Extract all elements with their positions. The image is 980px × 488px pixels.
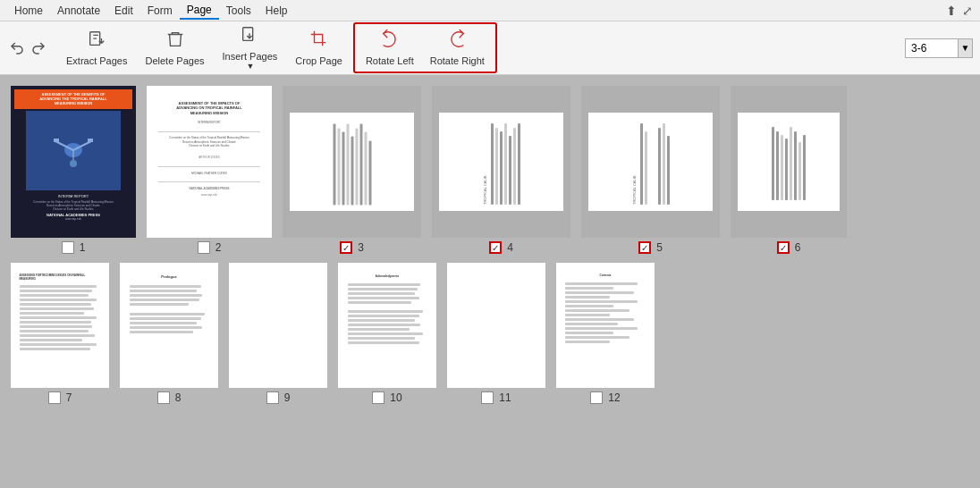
page-thumb-1: ASSESSMENT OF THE BENEFITS OFADVANCING T… (11, 86, 136, 238)
svg-rect-7 (88, 139, 93, 142)
page-checkbox-11[interactable] (481, 391, 494, 404)
page-item-10: Acknowledgments (338, 263, 436, 404)
page-footer-11: 11 (481, 391, 511, 404)
delete-icon (165, 29, 185, 54)
content-area: ASSESSMENT OF THE BENEFITS OFADVANCING T… (0, 75, 980, 488)
page-footer-2: 2 (198, 241, 222, 254)
page-num-12: 12 (608, 391, 620, 404)
crop-page-button[interactable]: Crop Page (288, 26, 350, 70)
page-item-1: ASSESSMENT OF THE BENEFITS OFADVANCING T… (11, 86, 136, 254)
page-checkbox-12[interactable] (590, 391, 603, 404)
page-item-9: 9 (229, 263, 327, 404)
rotate-right-button[interactable]: Rotate Right (423, 26, 492, 70)
page-thumb-10: Acknowledgments (338, 263, 436, 388)
page-thumb-9 (229, 263, 327, 388)
page-checkbox-1[interactable] (62, 241, 74, 254)
page-range-input[interactable] (905, 38, 959, 58)
menu-home[interactable]: Home (7, 3, 50, 19)
page-thumb-4: TROPICAL CALIB. (439, 113, 563, 211)
rotate-left-icon (380, 29, 400, 54)
page-num-6: 6 (795, 241, 801, 254)
page-num-4: 4 (507, 241, 513, 254)
page-item-5: TROPICAL CALIB. 5 (581, 86, 720, 254)
page-item-8: Prologue 8 (120, 263, 218, 404)
delete-pages-button[interactable]: Delete Pages (138, 26, 211, 70)
crop-icon (309, 29, 329, 54)
page-range-dropdown[interactable]: ▼ (959, 38, 973, 58)
menu-edit[interactable]: Edit (107, 3, 140, 19)
page-footer-9: 9 (266, 391, 291, 404)
page-footer-1: 1 (62, 241, 86, 254)
page-footer-7: 7 (48, 391, 72, 404)
page-footer-4: 4 (489, 241, 513, 254)
page-item-6: 6 (731, 86, 847, 254)
page-thumb-11 (447, 263, 545, 388)
menu-page[interactable]: Page (180, 2, 219, 20)
page-thumb-5: TROPICAL CALIB. (588, 113, 713, 211)
page-item-3: 3 (283, 86, 421, 254)
page-checkbox-4[interactable] (489, 241, 502, 254)
page-range-wrapper: ▼ (905, 38, 973, 58)
page-checkbox-2[interactable] (198, 241, 210, 254)
page-thumb-2: ASSESSMENT OF THE IMPACTS OFADVANCING ON… (147, 86, 272, 238)
extract-icon (87, 29, 106, 54)
page-checkbox-8[interactable] (157, 391, 170, 404)
page-footer-10: 10 (372, 391, 401, 404)
page-thumb-3 (290, 113, 414, 211)
fullscreen-icon[interactable]: ⤢ (962, 4, 973, 18)
page-num-5: 5 (656, 241, 663, 254)
page-footer-12: 12 (590, 391, 620, 404)
page-footer-5: 5 (638, 241, 663, 254)
page-num-11: 11 (499, 391, 511, 404)
insert-pages-button[interactable]: Insert Pages ▼ (215, 21, 285, 74)
share-icon[interactable]: ⬆ (946, 4, 957, 18)
page-footer-6: 6 (777, 241, 801, 254)
page-checkbox-6[interactable] (777, 241, 790, 254)
menu-help[interactable]: Help (258, 3, 295, 19)
menu-annotate[interactable]: Annotate (50, 3, 107, 19)
rotate-left-button[interactable]: Rotate Left (359, 26, 421, 70)
page-num-3: 3 (358, 241, 364, 254)
insert-icon (240, 25, 259, 49)
svg-rect-1 (243, 28, 253, 41)
undo-button[interactable] (7, 38, 27, 58)
page-num-1: 1 (80, 241, 86, 254)
page-footer-3: 3 (340, 241, 364, 254)
rotate-group: Rotate Left Rotate Right (353, 22, 497, 73)
undo-redo-group (7, 38, 48, 58)
page-item-2: ASSESSMENT OF THE IMPACTS OFADVANCING ON… (147, 86, 272, 254)
page-item-11: 11 (447, 263, 545, 404)
page-checkbox-5[interactable] (638, 241, 651, 254)
page-checkbox-9[interactable] (266, 391, 279, 404)
svg-point-8 (70, 160, 77, 167)
page-thumb-7: ASSESSING FORTHCOMING ISSUES ON RAINFALL… (11, 263, 109, 388)
page-num-7: 7 (66, 391, 72, 404)
page-num-10: 10 (390, 391, 401, 404)
redo-button[interactable] (29, 38, 48, 58)
page-thumb-8: Prologue (120, 263, 218, 388)
page-footer-8: 8 (157, 391, 182, 404)
page-num-8: 8 (175, 391, 182, 404)
pages-row-2: ASSESSING FORTHCOMING ISSUES ON RAINFALL… (11, 263, 969, 404)
extract-pages-button[interactable]: Extract Pages (59, 26, 134, 70)
menubar: Home Annotate Edit Form Page Tools Help … (0, 0, 980, 21)
page-checkbox-7[interactable] (48, 391, 61, 404)
page-checkbox-10[interactable] (372, 391, 384, 404)
page-item-12: Contents (556, 263, 655, 404)
page-thumb-12: Contents (556, 263, 655, 388)
page-checkbox-3[interactable] (340, 241, 352, 254)
rotate-right-icon (447, 29, 467, 54)
page-item-4: TROPICAL CALIB. 4 (432, 86, 570, 254)
menu-tools[interactable]: Tools (219, 3, 258, 19)
page-item-7: ASSESSING FORTHCOMING ISSUES ON RAINFALL… (11, 263, 109, 404)
page-thumb-6 (738, 113, 840, 211)
toolbar: Extract Pages Delete Pages Insert Pages … (0, 21, 980, 75)
page-num-9: 9 (284, 391, 291, 404)
page-num-2: 2 (215, 241, 222, 254)
menu-form[interactable]: Form (140, 3, 180, 19)
pages-row-1: ASSESSMENT OF THE BENEFITS OFADVANCING T… (11, 86, 969, 254)
svg-rect-6 (54, 139, 59, 142)
